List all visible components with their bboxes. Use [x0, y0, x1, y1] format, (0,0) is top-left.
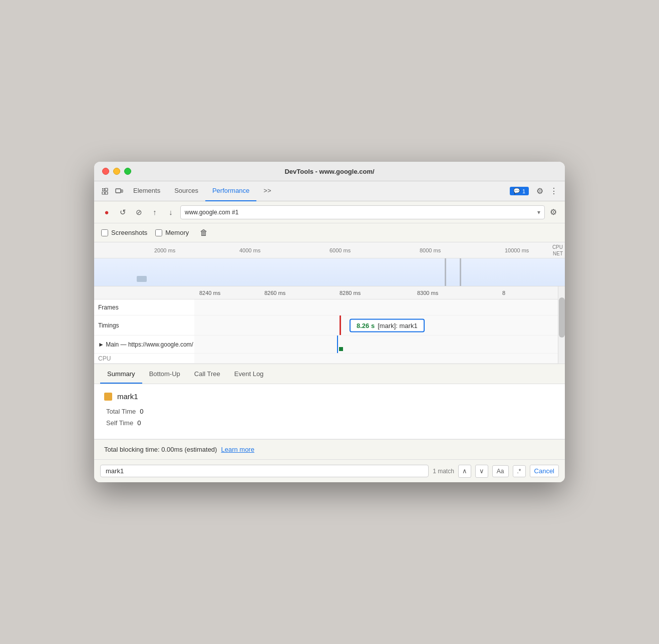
main-content[interactable] — [194, 336, 565, 353]
ruler-4000: 4000 ms — [239, 247, 260, 253]
tab-elements[interactable]: Elements — [126, 181, 167, 201]
mark-color-square — [104, 393, 112, 401]
cpu-label: CPU — [552, 244, 563, 250]
mark-title-row: mark1 — [104, 392, 555, 401]
tab-event-log[interactable]: Event Log — [227, 365, 271, 384]
ruler-10000: 10000 ms — [505, 247, 529, 253]
frames-label: Frames — [94, 304, 194, 311]
timeline-chart[interactable] — [94, 258, 565, 286]
devtools-window: DevTools - www.google.com/ Elements — [94, 162, 565, 482]
maximize-button[interactable] — [124, 168, 131, 175]
detail-ruler-8280: 8280 ms — [340, 290, 361, 296]
svg-rect-8 — [121, 190, 123, 192]
svg-rect-0 — [102, 188, 103, 189]
cpu-content[interactable] — [194, 354, 565, 363]
timings-content[interactable]: 8.26 s [mark]: mark1 — [194, 315, 565, 335]
bottom-tabs-bar: Summary Bottom-Up Call Tree Event Log — [94, 364, 565, 384]
mark-title: mark1 — [117, 392, 138, 401]
timing-marker — [340, 315, 341, 335]
tab-bottom-up[interactable]: Bottom-Up — [142, 365, 187, 384]
memory-checkbox[interactable]: Memory — [155, 229, 189, 236]
mark-label: [mark]: mark1 — [378, 321, 417, 329]
scrollbar-thumb[interactable] — [559, 297, 565, 338]
mark-time: 8.26 s — [357, 321, 375, 329]
timeline-overview: 2000 ms 4000 ms 6000 ms 8000 ms 10000 ms… — [94, 242, 565, 286]
search-input[interactable] — [106, 467, 423, 475]
self-time-value: 0 — [137, 419, 141, 427]
frames-content[interactable] — [194, 299, 565, 315]
blocking-time-row: Total blocking time: 0.00ms (estimated) … — [94, 439, 565, 459]
svg-rect-1 — [104, 188, 105, 189]
chat-icon: 💬 — [513, 188, 520, 194]
timeline-scrollbar[interactable] — [558, 286, 565, 364]
screenshots-input[interactable] — [101, 229, 108, 236]
clear-button[interactable]: ⊘ — [132, 206, 145, 219]
search-next-button[interactable]: ∨ — [475, 465, 488, 478]
blocking-time-text: Total blocking time: 0.00ms (estimated) — [104, 446, 217, 453]
tab-performance[interactable]: Performance — [205, 181, 256, 201]
detail-ruler-8300: 8300 ms — [417, 290, 438, 296]
mark-tooltip: 8.26 s [mark]: mark1 — [350, 318, 425, 332]
upload-button[interactable]: ↑ — [148, 206, 161, 219]
minimize-button[interactable] — [113, 168, 120, 175]
detail-ruler-8320: 8 — [502, 290, 505, 296]
tab-more[interactable]: >> — [256, 181, 278, 201]
ruler-8000: 8000 ms — [420, 247, 441, 253]
total-time-value: 0 — [140, 408, 143, 415]
settings-icon[interactable]: ⚙ — [533, 184, 547, 198]
device-toolbar-icon[interactable] — [112, 184, 126, 198]
more-options-icon[interactable]: ⋮ — [547, 184, 561, 198]
search-prev-button[interactable]: ∧ — [458, 465, 471, 478]
checkboxes-row: Screenshots Memory 🗑 — [94, 223, 565, 242]
detail-ruler: 8240 ms 8260 ms 8280 ms 8300 ms 8 — [94, 286, 565, 299]
learn-more-link[interactable]: Learn more — [221, 446, 254, 453]
traffic-lights — [102, 168, 131, 175]
svg-rect-2 — [102, 190, 103, 191]
cpu-row: CPU — [94, 354, 565, 364]
record-button[interactable]: ● — [100, 206, 113, 219]
self-time-label: Self Time — [106, 419, 133, 427]
window-title: DevTools - www.google.com/ — [284, 168, 374, 175]
reload-button[interactable]: ↺ — [116, 206, 129, 219]
net-label: NET — [552, 251, 563, 256]
self-time-row: Self Time 0 — [104, 419, 555, 427]
timings-label: Timings — [94, 322, 194, 329]
cancel-search-button[interactable]: Cancel — [530, 465, 559, 477]
url-dropdown-icon[interactable]: ▾ — [537, 209, 540, 216]
timeline-cursor — [337, 336, 338, 353]
screenshots-checkbox[interactable]: Screenshots — [101, 229, 147, 236]
close-button[interactable] — [102, 168, 109, 175]
match-count: 1 match — [433, 468, 454, 475]
perf-settings-icon[interactable]: ⚙ — [548, 205, 559, 219]
total-time-label: Total Time — [106, 408, 136, 415]
clear-recordings-button[interactable]: 🗑 — [197, 227, 211, 238]
case-sensitive-button[interactable]: Aa — [492, 465, 509, 477]
main-row: ► Main — https://www.google.com/ — [94, 336, 565, 354]
timings-row: Timings 8.26 s [mark]: mark1 — [94, 315, 565, 336]
download-button[interactable]: ↓ — [164, 206, 177, 219]
total-time-row: Total Time 0 — [104, 408, 555, 415]
cursor-icon[interactable] — [98, 184, 112, 198]
tab-sources[interactable]: Sources — [167, 181, 205, 201]
svg-rect-3 — [104, 190, 105, 191]
detail-ruler-8260: 8260 ms — [264, 290, 285, 296]
notification-badge[interactable]: 💬 1 — [510, 187, 529, 195]
svg-rect-4 — [105, 188, 108, 191]
svg-rect-5 — [105, 192, 108, 194]
svg-rect-7 — [116, 189, 121, 193]
performance-toolbar: ● ↺ ⊘ ↑ ↓ www.google.com #1 ▾ ⚙ — [94, 201, 565, 223]
tab-call-tree[interactable]: Call Tree — [187, 365, 227, 384]
detail-ruler-8240: 8240 ms — [199, 290, 220, 296]
timeline-ruler: 2000 ms 4000 ms 6000 ms 8000 ms 10000 ms… — [94, 242, 565, 258]
regex-button[interactable]: .* — [513, 465, 526, 477]
devtools-tabs-bar: Elements Sources Performance >> 💬 1 ⚙ ⋮ — [94, 181, 565, 201]
url-selector[interactable]: www.google.com #1 ▾ — [180, 205, 545, 219]
search-input-wrap[interactable] — [100, 465, 429, 477]
memory-input[interactable] — [155, 229, 162, 236]
frames-row: Frames — [94, 299, 565, 315]
tab-summary[interactable]: Summary — [100, 365, 142, 384]
ruler-2000: 2000 ms — [154, 247, 175, 253]
url-text: www.google.com #1 — [185, 209, 534, 216]
detail-timeline: 8240 ms 8260 ms 8280 ms 8300 ms 8 Frames… — [94, 286, 565, 364]
summary-panel: mark1 Total Time 0 Self Time 0 — [94, 384, 565, 439]
